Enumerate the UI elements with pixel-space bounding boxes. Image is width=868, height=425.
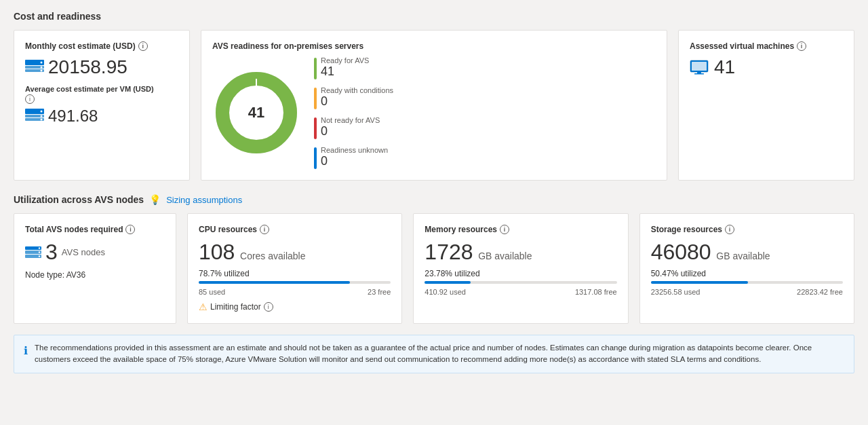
storage-free: 22823.42 free xyxy=(797,288,843,296)
storage-resources-card: Storage resources i 46080 GB available 5… xyxy=(639,213,854,324)
svg-rect-18 xyxy=(694,73,704,75)
legend-text-not-ready: Not ready for AVS 0 xyxy=(321,116,380,139)
cpu-unit: Cores available xyxy=(240,251,306,261)
storage-progress-fill xyxy=(651,281,748,284)
svg-point-22 xyxy=(39,247,40,248)
cpu-used-free: 85 used 23 free xyxy=(199,288,391,296)
avg-cost-value-row: 491.68 xyxy=(25,107,178,126)
assessed-vms-card: Assessed virtual machines i 41 xyxy=(678,30,854,181)
svg-point-3 xyxy=(41,62,43,64)
monthly-cost-card-title: Monthly cost estimate (USD) i xyxy=(25,41,178,51)
utilization-header: Utilization across AVS nodes 💡 Sizing as… xyxy=(14,194,854,205)
svg-point-10 xyxy=(41,115,43,117)
banner-info-icon: ℹ xyxy=(24,343,28,359)
bulb-icon: 💡 xyxy=(149,194,161,205)
memory-used-free: 410.92 used 1317.08 free xyxy=(425,288,616,296)
avs-legend-list: Ready for AVS 41 Ready with conditions 0 xyxy=(314,56,393,169)
assessed-vms-info-icon[interactable]: i xyxy=(797,41,806,51)
assessed-vms-title: Assessed virtual machines i xyxy=(690,41,843,51)
warning-icon: ⚠ xyxy=(199,301,208,312)
storage-unit: GB available xyxy=(716,251,770,261)
avg-cost-info-icon[interactable]: i xyxy=(25,94,35,104)
banner-text: The recommendations provided in this ass… xyxy=(35,342,844,366)
memory-free: 1317.08 free xyxy=(575,288,617,296)
svg-rect-17 xyxy=(697,72,701,73)
memory-value-row: 1728 GB available xyxy=(425,240,616,265)
avs-nodes-info-icon[interactable]: i xyxy=(125,225,135,234)
monthly-cost-value-row: 20158.95 xyxy=(25,56,178,78)
svg-point-23 xyxy=(39,251,40,253)
storage-utilized-label: 50.47% utilized xyxy=(651,269,843,278)
legend-item-ready: Ready for AVS 41 xyxy=(314,56,393,79)
memory-title: Memory resources i xyxy=(425,225,616,234)
svg-point-9 xyxy=(41,111,43,113)
util-cards-row: Total AVS nodes required i 3 AVS nodes N… xyxy=(14,213,854,324)
avs-node-label: AVS nodes xyxy=(62,247,105,257)
legend-dot-ready xyxy=(314,58,317,79)
storage-title: Storage resources i xyxy=(651,225,843,234)
cpu-value-row: 108 Cores available xyxy=(199,240,391,265)
memory-progress-bg xyxy=(425,281,616,284)
cpu-title: CPU resources i xyxy=(199,225,391,234)
cost-readiness-section: Cost and readiness Monthly cost estimate… xyxy=(14,11,854,181)
memory-value: 1728 xyxy=(425,240,473,264)
cpu-info-icon[interactable]: i xyxy=(260,225,269,234)
donut-content: 41 Ready for AVS 41 Ready with xyxy=(212,56,656,169)
limiting-factor-info-icon[interactable]: i xyxy=(264,302,273,312)
legend-text-conditions: Ready with conditions 0 xyxy=(321,86,393,109)
donut-chart: 41 xyxy=(212,69,300,157)
svg-rect-16 xyxy=(692,62,707,71)
node-type: Node type: AV36 xyxy=(25,270,165,280)
utilization-section: Utilization across AVS nodes 💡 Sizing as… xyxy=(14,194,854,324)
limiting-factor-row: ⚠ Limiting factor i xyxy=(199,301,391,312)
legend-dot-conditions xyxy=(314,88,317,109)
svg-point-24 xyxy=(39,255,40,257)
cpu-utilized-label: 78.7% utilized xyxy=(199,269,391,278)
cost-readiness-title: Cost and readiness xyxy=(14,11,854,22)
cpu-progress-bg xyxy=(199,281,391,284)
storage-value: 46080 xyxy=(651,240,711,264)
cpu-value: 108 xyxy=(199,240,235,264)
avs-readiness-title: AVS readiness for on-premises servers xyxy=(212,41,656,51)
storage-value-row: 46080 GB available xyxy=(651,240,843,265)
legend-dot-not-ready xyxy=(314,117,317,139)
avs-nodes-value-row: 3 AVS nodes xyxy=(25,240,165,265)
avs-readiness-card: AVS readiness for on-premises servers 41 xyxy=(201,30,667,181)
memory-utilized-label: 23.78% utilized xyxy=(425,269,616,278)
monitor-icon xyxy=(690,60,709,75)
legend-item-unknown: Readiness unknown 0 xyxy=(314,146,393,169)
cpu-resources-card: CPU resources i 108 Cores available 78.7… xyxy=(187,213,402,324)
memory-resources-card: Memory resources i 1728 GB available 23.… xyxy=(413,213,628,324)
server-icon xyxy=(25,60,44,75)
memory-unit: GB available xyxy=(478,251,532,261)
monthly-cost-card: Monthly cost estimate (USD) i 20158.95 A… xyxy=(14,30,190,181)
limiting-factor-label: Limiting factor xyxy=(210,302,261,312)
legend-item-conditions: Ready with conditions 0 xyxy=(314,86,393,109)
donut-center-value: 41 xyxy=(248,104,264,122)
cpu-free: 23 free xyxy=(368,288,391,296)
memory-progress-fill xyxy=(425,281,470,284)
storage-used: 23256.58 used xyxy=(651,288,701,296)
cpu-used: 85 used xyxy=(199,288,225,296)
info-banner: ℹ The recommendations provided in this a… xyxy=(14,335,854,373)
memory-info-icon[interactable]: i xyxy=(500,225,509,234)
assessed-vms-value-row: 41 xyxy=(690,56,843,78)
avs-nodes-card: Total AVS nodes required i 3 AVS nodes N… xyxy=(14,213,176,324)
svg-point-11 xyxy=(41,119,43,121)
utilization-title: Utilization across AVS nodes xyxy=(14,194,144,205)
monthly-cost-info-icon[interactable]: i xyxy=(138,41,148,51)
cpu-progress-fill xyxy=(199,281,350,284)
legend-text-unknown: Readiness unknown 0 xyxy=(321,146,388,169)
svg-point-4 xyxy=(41,67,43,69)
storage-used-free: 23256.58 used 22823.42 free xyxy=(651,288,843,296)
sizing-assumptions-link[interactable]: Sizing assumptions xyxy=(166,195,242,205)
storage-progress-bg xyxy=(651,281,843,284)
avg-cost-label: Average cost estimate per VM (USD) xyxy=(25,85,178,93)
svg-point-5 xyxy=(41,70,43,72)
legend-item-not-ready: Not ready for AVS 0 xyxy=(314,116,393,139)
storage-info-icon[interactable]: i xyxy=(725,225,734,234)
avs-nodes-title: Total AVS nodes required i xyxy=(25,225,165,234)
legend-dot-unknown xyxy=(314,147,317,169)
memory-used: 410.92 used xyxy=(425,288,466,296)
legend-text-ready: Ready for AVS 41 xyxy=(321,56,369,79)
